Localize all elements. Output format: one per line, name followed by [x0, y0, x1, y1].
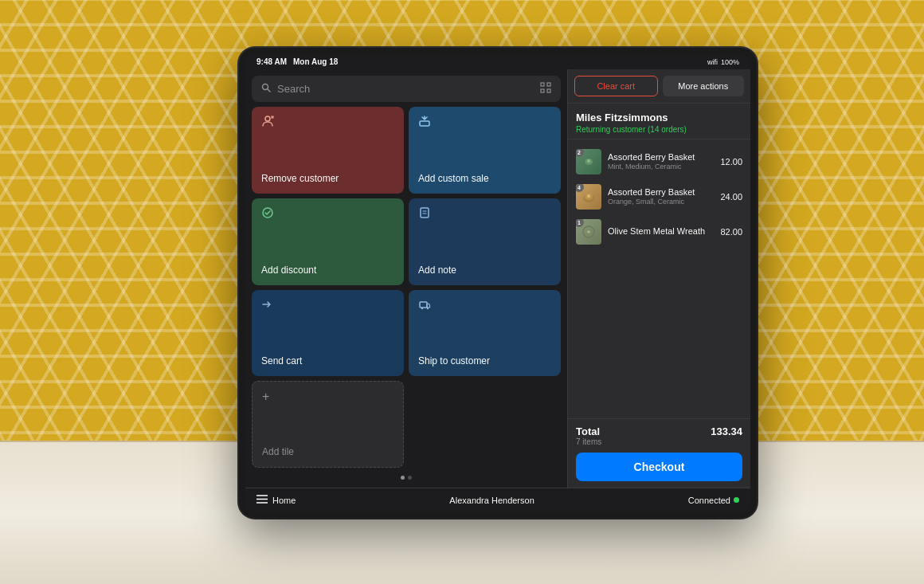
remove-customer-icon	[261, 115, 274, 130]
item-thumbnail: 1	[576, 219, 601, 245]
bottom-bar: Home Alexandra Henderson Connected	[245, 488, 750, 511]
svg-rect-3	[547, 83, 550, 86]
search-bar[interactable]: Search	[252, 76, 561, 102]
cart-item[interactable]: 1 Olive Stem Metal Wreath	[568, 214, 750, 249]
tile-remove-customer[interactable]: Remove customer	[252, 107, 404, 194]
bottom-user: Alexandra Henderson	[449, 496, 534, 505]
tile-add-new[interactable]: + Add tile	[252, 381, 404, 468]
tile-add-note-label: Add note	[418, 265, 551, 276]
tile-add-label: Add tile	[262, 446, 393, 457]
more-actions-button[interactable]: More actions	[663, 76, 745, 96]
svg-point-16	[427, 307, 429, 308]
customer-section: Miles Fitzsimmons Returning customer (14…	[568, 104, 750, 139]
cart-item[interactable]: 2 Assorted Berry Basket M	[568, 144, 750, 179]
cart-item[interactable]: 4 Assorted Berry Basket O	[568, 179, 750, 214]
ipad-screen: 9:48 AM Mon Aug 18 wifi 100%	[245, 54, 750, 511]
item-variant: Orange, Small, Ceramic	[608, 198, 714, 206]
left-panel: Search	[245, 69, 567, 488]
svg-point-24	[588, 231, 590, 233]
total-label-group: Total 7 items	[576, 425, 601, 446]
home-label: Home	[272, 496, 296, 505]
item-variant: Mint, Medium, Ceramic	[608, 163, 714, 171]
tiles-grid: Remove customer Add custom sale	[252, 107, 561, 468]
add-custom-sale-icon	[418, 115, 431, 130]
tile-add-note[interactable]: Add note	[409, 198, 561, 285]
connection-status: Connected	[688, 496, 739, 505]
item-price: 24.00	[720, 192, 742, 202]
tile-send-cart-label: Send cart	[261, 355, 394, 366]
svg-rect-9	[420, 121, 429, 126]
svg-rect-14	[420, 302, 427, 308]
grid-icon[interactable]	[540, 82, 551, 96]
cart-items-list: 2 Assorted Berry Basket M	[568, 139, 750, 418]
ship-to-customer-icon	[418, 298, 431, 313]
home-nav[interactable]: Home	[256, 495, 296, 505]
send-cart-icon	[261, 298, 274, 313]
tile-ship-to-customer[interactable]: Ship to customer	[409, 290, 561, 377]
ipad-device: 9:48 AM Mon Aug 18 wifi 100%	[239, 48, 757, 518]
status-time: 9:48 AM	[256, 57, 287, 66]
total-items-count: 7 items	[576, 437, 601, 446]
right-panel: Clear cart More actions Miles Fitzsimmon…	[567, 69, 750, 488]
item-details: Assorted Berry Basket Orange, Small, Cer…	[608, 187, 714, 206]
wifi-icon: wifi	[707, 58, 718, 66]
tile-add-discount[interactable]: Add discount	[252, 198, 404, 285]
status-bar: 9:48 AM Mon Aug 18 wifi 100%	[245, 54, 750, 69]
svg-point-22	[587, 194, 590, 198]
tile-add-custom-sale-label: Add custom sale	[418, 173, 551, 184]
tile-remove-customer-label: Remove customer	[261, 173, 394, 184]
pagination-dots	[252, 472, 561, 481]
item-name: Olive Stem Metal Wreath	[608, 226, 714, 237]
svg-point-15	[421, 307, 423, 308]
svg-rect-11	[421, 208, 429, 218]
item-thumbnail: 2	[576, 149, 601, 174]
item-name: Assorted Berry Basket	[608, 187, 714, 198]
total-row: Total 7 items 133.34	[576, 425, 742, 446]
item-price: 12.00	[720, 157, 742, 167]
item-details: Assorted Berry Basket Mint, Medium, Cera…	[608, 152, 714, 171]
item-price: 82.00	[720, 227, 742, 237]
connected-label: Connected	[688, 496, 730, 505]
menu-icon	[256, 495, 268, 505]
svg-point-0	[263, 84, 268, 90]
tile-add-discount-label: Add discount	[261, 265, 394, 276]
connected-dot	[734, 497, 739, 503]
customer-status: Returning customer (14 orders)	[576, 125, 742, 134]
main-content: Search	[245, 69, 750, 488]
tile-add-custom-sale[interactable]: Add custom sale	[409, 107, 561, 194]
svg-point-6	[265, 116, 270, 121]
right-header: Clear cart More actions	[568, 69, 750, 104]
item-details: Olive Stem Metal Wreath	[608, 226, 714, 237]
clear-cart-button[interactable]: Clear cart	[574, 76, 658, 96]
status-icons: wifi 100%	[707, 58, 739, 66]
tile-ship-to-customer-label: Ship to customer	[418, 355, 551, 366]
pagination-dot-1[interactable]	[401, 476, 405, 480]
add-discount-icon	[261, 206, 274, 221]
add-tile-icon: +	[262, 390, 269, 404]
add-note-icon	[418, 206, 431, 221]
item-thumbnail: 4	[576, 184, 601, 210]
total-section: Total 7 items 133.34 Checkout	[568, 418, 750, 488]
checkout-button[interactable]: Checkout	[576, 453, 742, 481]
total-amount: 133.34	[711, 425, 742, 437]
tile-send-cart[interactable]: Send cart	[252, 290, 404, 377]
search-icon	[261, 83, 271, 95]
total-label: Total	[576, 425, 601, 437]
battery-icon: 100%	[721, 58, 739, 66]
search-placeholder: Search	[277, 83, 534, 95]
customer-name: Miles Fitzsimmons	[576, 112, 742, 123]
svg-line-1	[268, 89, 270, 92]
item-name: Assorted Berry Basket	[608, 152, 714, 163]
pagination-dot-2[interactable]	[408, 476, 412, 480]
svg-rect-5	[547, 89, 550, 92]
svg-rect-4	[541, 89, 544, 92]
svg-rect-2	[541, 83, 544, 86]
status-date: Mon Aug 18	[293, 57, 338, 66]
svg-point-19	[587, 159, 590, 163]
